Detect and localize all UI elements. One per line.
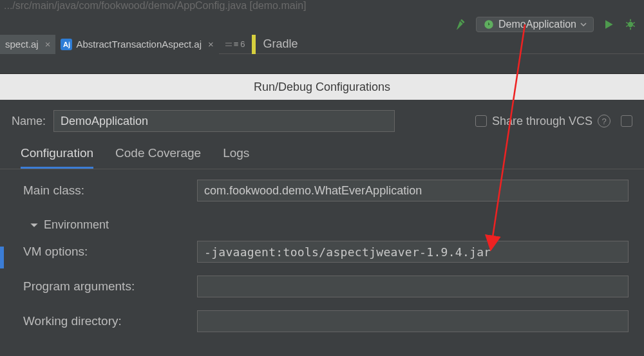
tab-label: AbstractTransactionAspect.aj	[76, 39, 202, 50]
config-tabs: Configuration Code Coverage Logs	[0, 137, 644, 169]
config-name-input[interactable]	[53, 110, 395, 132]
main-class-input[interactable]	[197, 180, 629, 201]
editor-tab[interactable]: Aj AbstractTransactionAspect.aj ×	[55, 35, 218, 54]
hammer-icon[interactable]	[454, 17, 468, 32]
environment-label: Environment	[44, 218, 109, 232]
close-icon[interactable]: ×	[45, 39, 51, 50]
main-toolbar: DemoApplication	[0, 14, 644, 35]
editor-tab[interactable]: spect.aj ×	[0, 35, 55, 54]
tab-code-coverage[interactable]: Code Coverage	[115, 146, 201, 169]
dialog-title: Run/Debug Configurations	[0, 74, 644, 100]
gradle-panel-label[interactable]: Gradle	[256, 37, 306, 51]
active-tab-indicator	[0, 247, 4, 268]
program-args-input[interactable]	[197, 276, 629, 297]
name-label: Name:	[12, 115, 46, 128]
tab-configuration[interactable]: Configuration	[21, 146, 93, 169]
program-args-label: Program arguments:	[15, 279, 189, 294]
run-configuration-label: DemoApplication	[498, 19, 576, 30]
tab-label: spect.aj	[5, 39, 39, 50]
environment-section-header[interactable]: Environment	[15, 214, 629, 241]
working-dir-input[interactable]	[197, 310, 629, 332]
editor-tabs: spect.aj × Aj AbstractTransactionAspect.…	[0, 35, 644, 54]
run-icon[interactable]	[601, 17, 616, 32]
main-class-label: Main class:	[15, 183, 189, 198]
share-vcs-label: Share through VCS	[492, 115, 592, 128]
svg-point-1	[628, 22, 633, 27]
share-vcs-checkbox[interactable]	[475, 115, 487, 127]
gutter-indicator: ≡6	[219, 39, 252, 49]
spring-boot-icon	[483, 19, 495, 30]
breadcrumb: .../src/main/java/com/fookwood/demo/AppC…	[0, 0, 644, 14]
run-debug-config-dialog: Run/Debug Configurations Name: Share thr…	[0, 73, 644, 356]
help-icon[interactable]: ?	[598, 115, 611, 127]
chevron-down-icon	[580, 21, 587, 28]
vm-options-label: VM options:	[15, 245, 189, 259]
aspectj-icon: Aj	[61, 39, 72, 50]
close-icon[interactable]: ×	[208, 39, 214, 50]
debug-icon[interactable]	[623, 17, 638, 32]
run-configuration-selector[interactable]: DemoApplication	[476, 17, 594, 32]
working-dir-label: Working directory:	[15, 314, 189, 328]
tab-logs[interactable]: Logs	[223, 146, 249, 169]
vm-options-input[interactable]	[197, 241, 629, 263]
chevron-down-icon	[30, 221, 39, 230]
config-form: Main class: Environment VM options: Prog…	[0, 169, 644, 332]
extra-checkbox[interactable]	[621, 115, 632, 127]
